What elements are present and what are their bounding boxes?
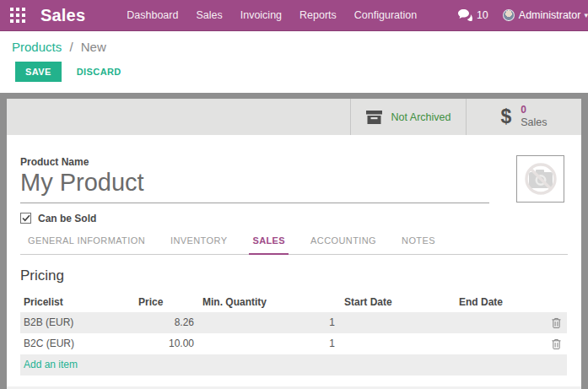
- product-name-input[interactable]: My Product: [20, 168, 489, 203]
- pricing-table-body: B2B (EUR) 8.26 1: [20, 312, 567, 354]
- product-form: Not Archived $ 0 Sales Product Name My P…: [7, 99, 581, 389]
- form-view-frame: Not Archived $ 0 Sales Product Name My P…: [0, 93, 588, 389]
- control-panel-buttons: SAVE DISCARD: [12, 62, 588, 82]
- table-row[interactable]: B2B (EUR) 8.26 1: [20, 312, 567, 333]
- cell-pricelist[interactable]: B2C (EUR): [20, 338, 138, 349]
- notebook-tabs: GENERAL INFORMATION INVENTORY SALES ACCO…: [20, 235, 568, 255]
- user-avatar[interactable]: [503, 9, 515, 21]
- breadcrumb-products-link[interactable]: Products: [12, 40, 62, 54]
- tab[interactable]: GENERAL INFORMATION: [24, 235, 148, 254]
- sales-count: 0: [521, 105, 526, 116]
- can-be-sold-field: Can be Sold: [20, 213, 568, 224]
- statusbar-spacer: [7, 99, 350, 135]
- delete-row-button[interactable]: [552, 338, 561, 349]
- topbar: Sales Dashboard Sales Invoicing Reports …: [0, 0, 588, 31]
- user-menu[interactable]: Administrator ▾: [519, 9, 588, 21]
- product-image-placeholder[interactable]: [516, 155, 564, 203]
- dollar-icon: $: [500, 107, 511, 127]
- breadcrumb-current: New: [81, 40, 106, 54]
- messages-icon[interactable]: [458, 9, 472, 21]
- menu-item[interactable]: Sales: [196, 9, 222, 21]
- tab[interactable]: NOTES: [398, 235, 439, 254]
- menu-item[interactable]: Invoicing: [240, 9, 282, 21]
- save-button[interactable]: SAVE: [15, 62, 62, 82]
- app-title[interactable]: Sales: [40, 6, 85, 25]
- menu-item[interactable]: Reports: [299, 9, 337, 21]
- topbar-right: 10 Administrator ▾: [458, 9, 588, 21]
- product-name-label: Product Name: [20, 156, 568, 168]
- tab[interactable]: INVENTORY: [167, 235, 230, 254]
- cell-pricelist[interactable]: B2B (EUR): [20, 316, 138, 328]
- apps-menu-icon[interactable]: [10, 8, 25, 23]
- can-be-sold-checkbox[interactable]: [20, 213, 31, 224]
- main-menu: Dashboard Sales Invoicing Reports Config…: [127, 9, 417, 21]
- control-panel: Products / New SAVE DISCARD: [0, 31, 588, 93]
- cell-price[interactable]: 10.00: [138, 338, 194, 349]
- tab[interactable]: SALES: [249, 235, 289, 255]
- table-row[interactable]: B2C (EUR) 10.00 1: [20, 333, 567, 354]
- archive-smart-button[interactable]: Not Archived: [350, 99, 466, 135]
- pricing-table-header: Pricelist Price Min. Quantity Start Date…: [20, 293, 567, 312]
- form-statusbar: Not Archived $ 0 Sales: [7, 99, 581, 135]
- sales-button-label: Sales: [521, 116, 547, 128]
- trash-icon: [552, 338, 561, 349]
- user-name: Administrator: [519, 9, 581, 21]
- menu-item[interactable]: Configuration: [354, 9, 417, 21]
- sales-button-text: 0 Sales: [521, 105, 547, 128]
- checkmark-icon: [22, 214, 30, 222]
- messages-count[interactable]: 10: [477, 9, 488, 21]
- chevron-down-icon: ▾: [584, 11, 588, 19]
- pricing-table: Pricelist Price Min. Quantity Start Date…: [20, 293, 567, 375]
- trash-icon: [552, 317, 561, 328]
- cell-min-quantity[interactable]: 1: [194, 316, 335, 328]
- delete-row-button[interactable]: [552, 317, 561, 328]
- column-header-end-date[interactable]: End Date: [451, 296, 544, 308]
- cell-price[interactable]: 8.26: [138, 316, 194, 328]
- add-an-item-link[interactable]: Add an item: [20, 359, 138, 370]
- sales-smart-button[interactable]: $ 0 Sales: [466, 99, 581, 135]
- camera-icon: [522, 160, 559, 197]
- cell-min-quantity[interactable]: 1: [194, 338, 335, 349]
- discard-button[interactable]: DISCARD: [68, 62, 130, 82]
- breadcrumb: Products / New: [12, 40, 588, 54]
- column-header-price[interactable]: Price: [138, 296, 194, 308]
- breadcrumb-separator: /: [69, 40, 73, 54]
- tab[interactable]: ACCOUNTING: [307, 235, 380, 254]
- add-an-item-row[interactable]: Add an item: [20, 354, 567, 375]
- archive-box-icon: [366, 111, 382, 124]
- column-header-pricelist[interactable]: Pricelist: [20, 296, 138, 308]
- archive-button-label: Not Archived: [391, 111, 451, 123]
- can-be-sold-label: Can be Sold: [38, 213, 96, 224]
- menu-item[interactable]: Dashboard: [127, 9, 178, 21]
- pricing-section-title: Pricing: [20, 267, 568, 284]
- column-header-start-date[interactable]: Start Date: [335, 296, 451, 308]
- form-sheet: Product Name My Product: [7, 135, 581, 389]
- column-header-min-quantity[interactable]: Min. Quantity: [194, 296, 335, 308]
